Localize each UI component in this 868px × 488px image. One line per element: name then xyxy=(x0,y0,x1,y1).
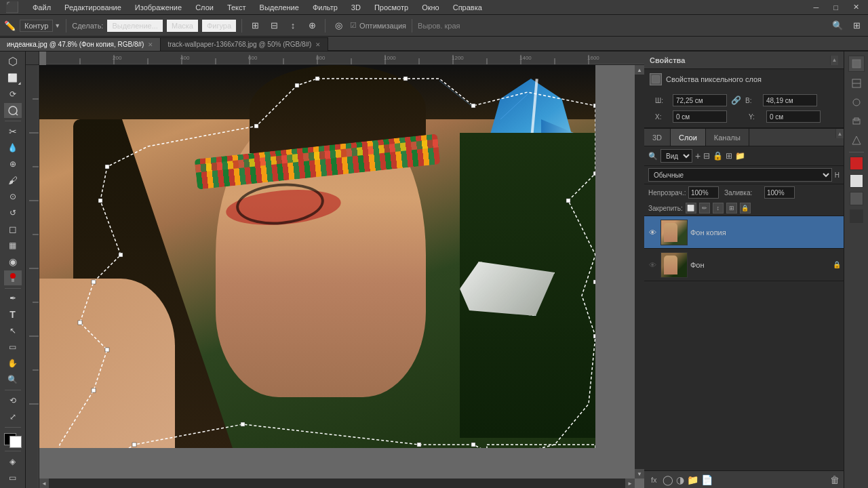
crop-tool[interactable]: ✂ xyxy=(4,124,22,139)
blend-icon-2[interactable] xyxy=(848,75,865,92)
new-layer-btn[interactable]: 📄 xyxy=(701,474,713,485)
hand-tool[interactable]: ✋ xyxy=(4,356,22,371)
width-input[interactable] xyxy=(673,94,727,106)
properties-collapse[interactable]: ▲ xyxy=(830,56,838,65)
menu-filter[interactable]: Фильтр xyxy=(310,2,340,13)
eraser-tool[interactable]: ◻ xyxy=(4,222,22,237)
path-options1[interactable]: ◎ xyxy=(331,18,346,33)
canvas-scroll-horizontal[interactable]: ◄ ► xyxy=(39,479,635,488)
path-select-tool[interactable]: ↖ xyxy=(4,323,22,338)
path-distribute[interactable]: ↕ xyxy=(285,18,300,33)
figure-button[interactable]: Фигура xyxy=(202,20,236,32)
window-maximize[interactable]: □ xyxy=(830,2,842,13)
menu-window[interactable]: Окно xyxy=(419,2,442,13)
fill-input[interactable] xyxy=(764,186,795,199)
add-layer-icon[interactable]: + xyxy=(695,150,701,161)
eyedropper-tool[interactable]: 💧 xyxy=(4,140,22,155)
optimize-checkbox[interactable]: ☑ Оптимизация xyxy=(350,21,406,30)
selection-tool[interactable]: ⬜ xyxy=(4,70,22,85)
layer-mask-btn[interactable]: ◯ xyxy=(663,474,673,485)
canvas-scroll-vertical[interactable]: ▲ ▼ xyxy=(635,65,644,479)
layer-fx-btn[interactable]: fx xyxy=(648,474,660,485)
menu-layers[interactable]: Слои xyxy=(193,2,216,13)
menu-image[interactable]: Изображение xyxy=(132,2,184,13)
move-tool[interactable]: ⬡ xyxy=(4,54,22,69)
layer-item-1[interactable]: 👁 Фон 🔒 xyxy=(644,249,844,281)
filter-icon[interactable]: ⊟ xyxy=(703,151,710,161)
zoom-tool[interactable]: 🔍 xyxy=(4,372,22,387)
tool-mode-dropdown[interactable]: Контур ▼ xyxy=(20,20,60,32)
color-swatch-b[interactable] xyxy=(850,209,863,223)
layers-view-select[interactable]: Вид xyxy=(660,149,692,163)
tab-channels[interactable]: Каналы xyxy=(706,129,749,146)
pen-tool[interactable]: ✒ xyxy=(4,291,22,306)
healing-tool[interactable]: ⊕ xyxy=(4,157,22,171)
layer-group-btn[interactable]: 📁 xyxy=(687,474,698,485)
path-ops[interactable]: ⊞ xyxy=(248,18,262,33)
merge-icon[interactable]: ⊞ xyxy=(726,151,732,161)
brush-tool[interactable]: 🖌 xyxy=(4,173,22,188)
path-align[interactable]: ⊟ xyxy=(267,18,281,33)
blend-icon-3[interactable] xyxy=(848,94,865,110)
window-close[interactable]: ✕ xyxy=(850,1,863,13)
color-swatch-r[interactable] xyxy=(850,157,863,170)
background-color[interactable] xyxy=(9,436,22,448)
quick-select-tool[interactable] xyxy=(4,103,22,118)
gradient-tool[interactable]: ▦ xyxy=(4,238,22,253)
color-swatches[interactable] xyxy=(4,433,22,448)
scroll-down-btn[interactable]: ▼ xyxy=(635,469,644,479)
tab-layers[interactable]: Слои xyxy=(671,129,706,146)
lasso-tool[interactable]: ⟳ xyxy=(4,87,22,102)
lock-full-btn[interactable]: 🔒 xyxy=(740,203,751,214)
layer-item-0[interactable]: 👁 Фон копия xyxy=(644,216,844,249)
lock-position-btn[interactable]: ✏ xyxy=(699,203,710,214)
clone-tool[interactable]: ⊙ xyxy=(4,189,22,204)
tab-3d[interactable]: 3D xyxy=(644,129,671,146)
menu-view[interactable]: Просмотр xyxy=(372,2,411,13)
y-input[interactable] xyxy=(766,110,821,123)
height-input[interactable] xyxy=(763,94,817,106)
mask-button[interactable]: Маска xyxy=(167,20,198,32)
layers-panel-collapse[interactable]: ▲ xyxy=(835,129,844,138)
lock-icon-top[interactable]: 🔒 xyxy=(713,151,723,161)
search-icon[interactable]: 🔍 xyxy=(830,18,845,33)
window-minimize[interactable]: ─ xyxy=(810,2,823,13)
menu-text[interactable]: Текст xyxy=(224,2,249,13)
layer-adj-btn[interactable]: ◑ xyxy=(676,474,684,485)
color-swatch-g[interactable] xyxy=(850,192,863,205)
path-transform[interactable]: ⊕ xyxy=(304,18,319,33)
selection-button[interactable]: Выделение... xyxy=(107,20,162,32)
new-group-icon[interactable]: 📁 xyxy=(735,151,745,161)
tab-0[interactable]: индеанка.jpg @ 47.8% (Фон копия, RGB/8#)… xyxy=(0,37,161,51)
menu-edit[interactable]: Редактирование xyxy=(62,2,124,13)
screen-mode[interactable]: ▭ xyxy=(4,470,22,485)
lock-all-btn[interactable]: ⊞ xyxy=(726,203,737,214)
tab-close-0[interactable]: ✕ xyxy=(148,41,153,48)
scroll-right-btn[interactable]: ► xyxy=(625,479,635,488)
dodge-tool[interactable] xyxy=(4,270,22,285)
tool-mode-chevron[interactable]: ▼ xyxy=(54,22,60,29)
link-icon[interactable]: 🔗 xyxy=(731,96,741,105)
menu-select[interactable]: Выделение xyxy=(257,2,302,13)
shape-tool[interactable]: ▭ xyxy=(4,340,22,354)
delete-layer-btn[interactable]: 🗑 xyxy=(830,474,840,485)
blend-icon-1[interactable] xyxy=(848,56,865,72)
menu-file[interactable]: Файл xyxy=(30,2,54,13)
blend-icon-5[interactable] xyxy=(848,132,865,148)
tab-close-1[interactable]: ✕ xyxy=(315,41,321,48)
blend-icon-4[interactable] xyxy=(848,113,865,129)
layer-eye-0[interactable]: 👁 xyxy=(647,227,658,238)
lock-pixels-btn[interactable]: ⬜ xyxy=(686,203,696,214)
rotate-view-tool[interactable]: ⟲ xyxy=(4,393,22,408)
type-tool[interactable]: T xyxy=(4,307,22,322)
color-swatch-w[interactable] xyxy=(850,174,863,188)
tab-1[interactable]: track-wallpaper-1366x768.jpg @ 50% (RGB/… xyxy=(161,37,328,51)
layer-eye-1[interactable]: 👁 xyxy=(647,260,658,270)
x-input[interactable] xyxy=(673,110,727,123)
menu-help[interactable]: Справка xyxy=(450,2,485,13)
blur-tool[interactable]: ◉ xyxy=(4,254,22,269)
workspace-icon[interactable]: ⊞ xyxy=(849,18,864,33)
move-3d-tool[interactable]: ⤢ xyxy=(4,409,22,424)
opacity-input[interactable] xyxy=(688,186,719,199)
quick-mask-mode[interactable]: ◈ xyxy=(4,454,22,469)
